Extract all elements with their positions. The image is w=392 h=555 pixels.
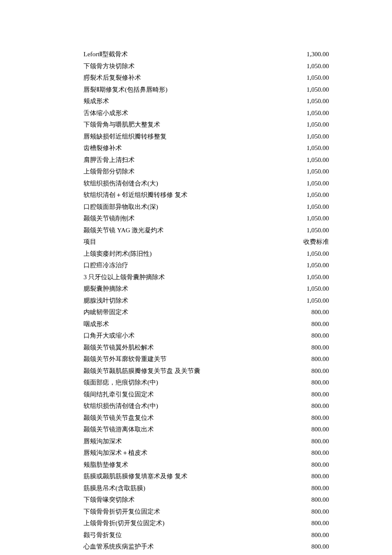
procedure-name: 唇颊沟加深术＋植皮术 bbox=[84, 447, 286, 459]
table-row: 齿槽裂修补术1,050.00 bbox=[84, 142, 329, 154]
procedure-price: 1,050.00 bbox=[286, 248, 329, 260]
procedure-price: 收费标准 bbox=[286, 236, 329, 248]
table-row: 唇颊缺损邻近组织瓣转移整复1,050.00 bbox=[84, 131, 329, 143]
procedure-price: 1,050.00 bbox=[286, 72, 329, 84]
procedure-price: 800.00 bbox=[286, 365, 329, 377]
procedure-name: 移植骨种植体种植术(Ⅰ期手术) bbox=[84, 553, 286, 555]
procedure-name: 腮裂囊肿摘除术 bbox=[84, 283, 286, 295]
procedure-name: 唇颊沟加深术 bbox=[84, 436, 286, 448]
procedure-name: 下颌骨角与嚼肌肥大整复术 bbox=[84, 119, 286, 131]
table-row: 上颌骨部分切除术1,050.00 bbox=[84, 166, 329, 178]
procedure-price: 1,050.00 bbox=[286, 131, 329, 143]
procedure-price: 800.00 bbox=[286, 483, 329, 494]
procedure-price: 800.00 bbox=[286, 342, 329, 354]
table-row: 颞颌关节镜关节盘复位术800.00 bbox=[84, 412, 329, 424]
table-row: 腮裂囊肿摘除术1,050.00 bbox=[84, 283, 329, 295]
procedure-name: 腭裂术后复裂修补术 bbox=[84, 72, 286, 84]
table-row: 颞颌关节镜 YAG 激光凝灼术1,050.00 bbox=[84, 225, 329, 237]
table-row: 颞颌关节外耳廓软骨重建关节800.00 bbox=[84, 353, 329, 365]
procedure-price: 1,050.00 bbox=[286, 260, 329, 272]
procedure-price: 1,050.00 bbox=[286, 84, 329, 96]
procedure-name: 颧弓骨折复位 bbox=[84, 529, 286, 541]
procedure-price: 1,050.00 bbox=[286, 95, 329, 107]
procedure-name: 心血管系统疾病监护手术 bbox=[84, 541, 286, 553]
procedure-price: 1,050.00 bbox=[286, 295, 329, 307]
procedure-price: 800.00 bbox=[286, 506, 329, 518]
procedure-name: 3 只牙位以上颌骨囊肿摘除术 bbox=[84, 272, 286, 283]
procedure-name: 下颌骨骨折切开复位固定术 bbox=[84, 506, 286, 518]
table-row: 颊成形术1,050.00 bbox=[84, 95, 329, 107]
procedure-name: 下颌骨喙突切除术 bbox=[84, 494, 286, 506]
procedure-name: LefortⅡ型截骨术 bbox=[84, 49, 286, 61]
procedure-name: 颞颌关节镜 YAG 激光凝灼术 bbox=[84, 225, 286, 237]
procedure-price: 800.00 bbox=[286, 318, 329, 330]
procedure-name: 颞颌关节外耳廓软骨重建关节 bbox=[84, 353, 286, 365]
procedure-price: 800.00 bbox=[286, 471, 329, 483]
procedure-price: 800.00 bbox=[286, 436, 329, 448]
procedure-price: 800.00 bbox=[286, 529, 329, 541]
table-row: 下颌骨喙突切除术800.00 bbox=[84, 494, 329, 506]
procedure-price: 1,050.00 bbox=[286, 283, 329, 295]
table-row: 内眦韧带固定术800.00 bbox=[84, 306, 329, 318]
price-list-page: LefortⅡ型截骨术1,300.00下颌骨方块切除术1,050.00腭裂术后复… bbox=[0, 0, 392, 555]
procedure-name: 齿槽裂修补术 bbox=[84, 142, 286, 154]
procedure-name: 颊脂肪垫修复术 bbox=[84, 459, 286, 471]
table-row: 下颌骨方块切除术1,050.00 bbox=[84, 61, 329, 72]
procedure-price: 1,050.00 bbox=[286, 178, 329, 190]
procedure-name: 颞颌关节镜翼外肌松解术 bbox=[84, 342, 286, 354]
procedure-price: 800.00 bbox=[286, 353, 329, 365]
procedure-price: 1,050.00 bbox=[286, 166, 329, 178]
procedure-price: 1,050.00 bbox=[286, 189, 329, 201]
table-row: 颌间结扎牵引复位固定术800.00 bbox=[84, 389, 329, 401]
table-row: 软组织损伤清创缝合术(中)800.00 bbox=[84, 400, 329, 412]
table-row: 口腔癌冷冻治疗1,050.00 bbox=[84, 260, 329, 272]
table-row: 唇颊沟加深术800.00 bbox=[84, 436, 329, 448]
table-row: 移植骨种植体种植术(Ⅰ期手术)800.00 bbox=[84, 553, 329, 555]
table-row: 上颌窦瘘封闭术(陈旧性)1,050.00 bbox=[84, 248, 329, 260]
procedure-price: 1,050.00 bbox=[286, 107, 329, 119]
procedure-name: 软组织清创＋邻近组织瓣转移修 复术 bbox=[84, 189, 286, 201]
procedure-price: 800.00 bbox=[286, 330, 329, 342]
procedure-name: 颌间结扎牵引复位固定术 bbox=[84, 389, 286, 401]
procedure-price: 800.00 bbox=[286, 377, 329, 389]
procedure-name: 内眦韧带固定术 bbox=[84, 306, 286, 318]
procedure-name: 上颌窦瘘封闭术(陈旧性) bbox=[84, 248, 286, 260]
procedure-name: 下颌骨方块切除术 bbox=[84, 61, 286, 72]
procedure-price: 800.00 bbox=[286, 389, 329, 401]
table-row: 筋膜悬吊术(含取筋膜)800.00 bbox=[84, 483, 329, 494]
procedure-name: 软组织损伤清创缝合术(中) bbox=[84, 400, 286, 412]
procedure-price: 800.00 bbox=[286, 517, 329, 529]
procedure-name: 颞颌关节镜关节盘复位术 bbox=[84, 412, 286, 424]
table-row: 舌体缩小成形术1,050.00 bbox=[84, 107, 329, 119]
procedure-name: 口腔颌面部异物取出术(深) bbox=[84, 201, 286, 213]
procedure-name: 唇裂Ⅱ期修复术(包括鼻唇畸形) bbox=[84, 84, 286, 96]
table-row: 腮腺浅叶切除术1,050.00 bbox=[84, 295, 329, 307]
procedure-name: 上颌骨骨折(切开复位固定术) bbox=[84, 517, 286, 529]
procedure-price: 1,050.00 bbox=[286, 154, 329, 166]
table-row: 口腔颌面部异物取出术(深)1,050.00 bbox=[84, 201, 329, 213]
table-row: 颊脂肪垫修复术800.00 bbox=[84, 459, 329, 471]
table-row: 心血管系统疾病监护手术800.00 bbox=[84, 541, 329, 553]
table-row: 唇颊沟加深术＋植皮术800.00 bbox=[84, 447, 329, 459]
table-row: 3 只牙位以上颌骨囊肿摘除术1,050.00 bbox=[84, 272, 329, 283]
table-row: 颌面部痣，疤痕切除术(中)800.00 bbox=[84, 377, 329, 389]
procedure-name: 上颌骨部分切除术 bbox=[84, 166, 286, 178]
table-row: 颞颌关节镜翼外肌松解术800.00 bbox=[84, 342, 329, 354]
procedure-name: 软组织损伤清创缝合术(大) bbox=[84, 178, 286, 190]
table-row: 肩胛舌骨上清扫术1,050.00 bbox=[84, 154, 329, 166]
procedure-name: 颞颌关节镜削刨术 bbox=[84, 213, 286, 225]
table-row: 颞颌关节镜游离体取出术800.00 bbox=[84, 424, 329, 436]
procedure-name: 颞颌关节颞肌筋膜瓣修复关节盘 及关节囊 bbox=[84, 365, 286, 377]
table-row: LefortⅡ型截骨术1,300.00 bbox=[84, 49, 329, 61]
procedure-name: 筋膜悬吊术(含取筋膜) bbox=[84, 483, 286, 494]
procedure-name: 肩胛舌骨上清扫术 bbox=[84, 154, 286, 166]
procedure-name: 项目 bbox=[84, 236, 286, 248]
procedure-price: 1,050.00 bbox=[286, 142, 329, 154]
table-row: 咽成形术800.00 bbox=[84, 318, 329, 330]
table-row: 软组织清创＋邻近组织瓣转移修 复术1,050.00 bbox=[84, 189, 329, 201]
table-row: 颞颌关节颞肌筋膜瓣修复关节盘 及关节囊800.00 bbox=[84, 365, 329, 377]
table-row: 腭裂术后复裂修补术1,050.00 bbox=[84, 72, 329, 84]
procedure-price: 1,300.00 bbox=[286, 49, 329, 61]
procedure-price: 800.00 bbox=[286, 424, 329, 436]
procedure-price: 800.00 bbox=[286, 553, 329, 555]
